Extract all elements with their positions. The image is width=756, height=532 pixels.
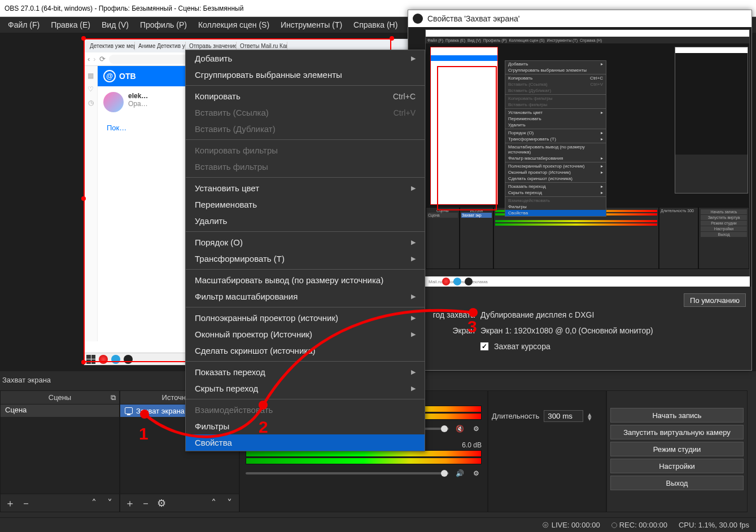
props-preview: Файл (F)Правка (E)Вид (V)Профиль (P)Колл… [408, 27, 751, 287]
ctx-item[interactable]: Переименовать [186, 196, 425, 213]
menu-view[interactable]: Вид (V) [96, 18, 134, 32]
ctx-item[interactable]: Сгруппировать выбранные элементы [186, 67, 425, 83]
dock-popout-icon[interactable]: ⧉ [111, 393, 116, 402]
start-recording-button[interactable]: Начать запись [610, 408, 744, 423]
ctx-item[interactable]: Фильтры [186, 418, 425, 434]
rec-dot-icon [611, 522, 617, 528]
status-live: LIVE: 00:00:00 [552, 521, 600, 529]
settings-button[interactable]: Настройки [610, 459, 744, 473]
nested-context-menu: Добавить▸ Сгруппировать выбранные элемен… [505, 60, 606, 217]
ctx-item: Взаимодействовать [186, 402, 425, 418]
scenes-toolbar: ＋ － ˄ ˅ [1, 494, 119, 512]
speaker-volume-slider[interactable] [246, 472, 449, 474]
resize-handle[interactable] [81, 196, 86, 201]
scene-up-button[interactable]: ˄ [88, 497, 100, 509]
duration-field[interactable] [544, 410, 583, 422]
annotation-3: 3 [467, 317, 477, 336]
source-props-button[interactable]: ⚙ [155, 497, 168, 509]
ctx-item[interactable]: Сделать скриншот (источника) [186, 342, 425, 359]
capture-cursor-checkbox[interactable]: ✓ [480, 342, 488, 350]
transitions-panel[interactable]: Длительность ▴▾ [488, 390, 606, 512]
ctx-item[interactable]: Установить цвет▶ [186, 180, 425, 196]
ctx-item: Вставить фильтры [186, 159, 425, 175]
scenes-panel[interactable]: Сцены ⧉ Сцена ＋ － ˄ ˅ [0, 390, 120, 512]
scene-row[interactable]: Сцена [1, 405, 119, 417]
obs-icon [465, 278, 473, 285]
ctx-item[interactable]: Порядок (O)▶ [186, 234, 425, 250]
obs-main-window: OBS 27.0.1 (64-bit, windows) - Профиль: … [0, 0, 756, 532]
source-context-menu[interactable]: Добавить▶Сгруппировать выбранные элемент… [185, 50, 425, 451]
duration-row: Длительность ▴▾ [488, 408, 606, 424]
scene-down-button[interactable]: ˅ [103, 497, 116, 509]
resize-handle[interactable] [390, 36, 394, 41]
telegram-icon [453, 278, 461, 285]
menu-help[interactable]: Справка (H) [348, 18, 403, 32]
exit-button[interactable]: Выход [610, 476, 744, 490]
ctx-item[interactable]: Фильтр масштабирования▶ [186, 288, 425, 305]
status-cpu: CPU: 1.1%, 30.00 fps [679, 521, 749, 529]
capture-method-value[interactable]: Дублирование дисплея с DXGI [480, 310, 594, 319]
menu-edit[interactable]: Правка (E) [45, 18, 96, 32]
nested-selection [437, 66, 497, 210]
resize-handle[interactable] [81, 360, 86, 364]
controls-panel[interactable]: Начать запись Запустить виртуальную каме… [606, 390, 748, 512]
scenes-header: Сцены ⧉ [1, 391, 119, 405]
ctx-item: Вставить (Ссылка)Ctrl+V [186, 104, 425, 121]
ctx-item[interactable]: Оконный проектор (Источник)▶ [186, 326, 425, 342]
props-title-text: Свойства 'Захват экрана' [427, 14, 519, 23]
menu-profile[interactable]: Профиль (P) [134, 18, 193, 32]
defaults-button[interactable]: По умолчанию [684, 293, 746, 307]
annotation-1: 1 [139, 424, 148, 443]
obs-icon [413, 14, 423, 24]
remove-scene-button[interactable]: － [20, 497, 32, 509]
screen-value[interactable]: Экран 1: 1920x1080 @ 0,0 (Основной монит… [480, 326, 653, 335]
nested-obs-preview: Файл (F)Правка (E)Вид (V)Профиль (P)Колл… [425, 29, 750, 287]
ctx-item[interactable]: Добавить▶ [186, 50, 425, 67]
ctx-item[interactable]: Удалить [186, 213, 425, 229]
ctx-item[interactable]: Полноэкранный проектор (источник)▶ [186, 310, 425, 326]
ctx-item[interactable]: Скрыть переход▶ [186, 380, 425, 397]
speaker-settings-icon[interactable]: ⚙ [470, 468, 482, 479]
status-rec: REC: 00:00:00 [619, 521, 667, 529]
start-virtualcam-button[interactable]: Запустить виртуальную камеру [610, 425, 744, 439]
menu-file[interactable]: Файл (F) [2, 18, 45, 32]
annotation-2: 2 [259, 417, 268, 437]
mic-mute-icon[interactable]: 🔇 [452, 423, 467, 434]
speaker-icon[interactable]: 🔊 [452, 468, 467, 479]
status-bar: ⦾LIVE: 00:00:00 REC: 00:00:00 CPU: 1.1%,… [0, 517, 756, 532]
stepper-icon[interactable]: ▴▾ [588, 412, 592, 420]
preview-label: Захват экрана [2, 376, 51, 384]
ctx-item: Вставить (Дубликат) [186, 121, 425, 137]
add-source-button[interactable]: ＋ [124, 497, 136, 509]
ctx-item[interactable]: Трансформировать (T)▶ [186, 250, 425, 267]
source-properties-window[interactable]: Свойства 'Захват экрана' Файл (F)Правка … [408, 10, 752, 371]
ctx-item[interactable]: Свойства [186, 434, 425, 451]
props-titlebar[interactable]: Свойства 'Захват экрана' [408, 10, 751, 27]
remove-source-button[interactable]: － [139, 497, 152, 509]
screen-label: Экран [418, 326, 475, 335]
opera-icon [442, 278, 450, 285]
titlebar-text: OBS 27.0.1 (64-bit, windows) - Профиль: … [5, 5, 243, 12]
ctx-item[interactable]: Масштабировать вывод (по размеру источни… [186, 272, 425, 288]
source-up-button[interactable]: ˄ [207, 497, 220, 509]
capture-cursor-label: Захват курсора [494, 342, 550, 351]
speaker-meter [246, 458, 482, 464]
resize-handle[interactable] [81, 36, 86, 41]
menu-scenes[interactable]: Коллекция сцен (S) [193, 18, 275, 32]
source-down-button[interactable]: ˅ [223, 497, 235, 509]
studio-mode-button[interactable]: Режим студии [610, 442, 744, 456]
add-scene-button[interactable]: ＋ [4, 497, 16, 509]
sources-toolbar: ＋ － ⚙ ˄ ˅ [120, 494, 239, 512]
nested-props-window [675, 47, 748, 194]
broadcast-icon: ⦾ [543, 521, 548, 530]
menu-tools[interactable]: Инструменты (T) [275, 18, 348, 32]
capture-method-label: год захвата [418, 310, 475, 319]
duration-label: Длительность [492, 412, 539, 420]
ctx-item: Копировать фильтры [186, 142, 425, 159]
ctx-item[interactable]: КопироватьCtrl+C [186, 88, 425, 104]
mic-settings-icon[interactable]: ⚙ [470, 423, 482, 434]
ctx-item[interactable]: Показать переход▶ [186, 364, 425, 380]
display-capture-icon [125, 407, 133, 414]
